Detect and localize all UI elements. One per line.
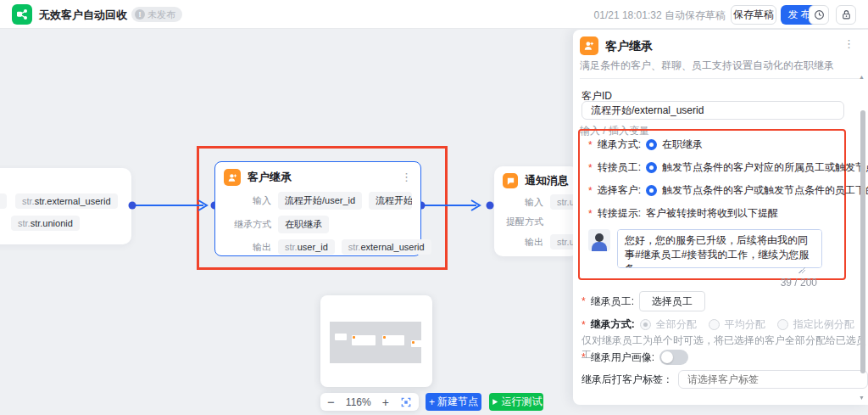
row-label: 输出: [503, 236, 543, 249]
option-value: 客户被转接时将收到以下提醒: [646, 206, 778, 221]
option-label: 选择客户:: [598, 183, 641, 198]
row-label: 输入: [503, 196, 543, 209]
kebab-menu-icon[interactable]: ⋮: [401, 173, 412, 182]
transfer-message-row: 您好，您的服务已升级，后续将由我的同事#继承员工#接替我的工作，继续为您服务。: [588, 229, 836, 268]
tag-text: str.unionid: [31, 218, 73, 228]
customer-inherit-icon: [224, 169, 241, 186]
radio-disabled-icon: [709, 319, 720, 330]
notify-message-icon: [503, 173, 518, 188]
option-label: 继承方式:: [598, 137, 641, 152]
assign-option: 全部分配: [656, 317, 697, 332]
row-label: 继承方式: [224, 218, 271, 231]
required-mark: *: [588, 208, 593, 220]
required-mark: *: [581, 351, 586, 363]
workflow-share-icon: [15, 8, 29, 21]
panel-scrollbar[interactable]: [860, 110, 865, 373]
char-count: 39 / 200: [781, 277, 817, 289]
row-label: 输出: [224, 241, 271, 254]
zoom-out-button[interactable]: −: [327, 395, 335, 409]
history-button[interactable]: [809, 5, 829, 25]
node-title: 客户继承: [248, 170, 394, 185]
radio-selected-icon[interactable]: [646, 162, 657, 173]
option-value: 触发节点条件的客户对应的所属员工或触发节点条件的员工: [662, 160, 868, 175]
info-icon: !: [135, 9, 145, 20]
kebab-menu-icon[interactable]: ⋮: [843, 40, 854, 48]
option-row: * 继承方式: 在职继承: [588, 137, 836, 152]
select-staff-button[interactable]: 选择员工: [639, 291, 705, 311]
tag-text: str.u: [557, 237, 575, 247]
customer-tag-input[interactable]: [678, 370, 868, 389]
customer-inherit-icon: [580, 36, 598, 55]
lock-icon: [841, 9, 852, 20]
panel-title: 客户继承: [605, 39, 653, 54]
inherit-portrait-label: 继承用户画像:: [591, 351, 654, 365]
resize-handle-icon[interactable]: [798, 266, 805, 273]
tag-after-label: 继承后打客户标签：: [581, 373, 673, 387]
run-test-button[interactable]: 运行测试: [489, 393, 543, 411]
required-mark: *: [588, 162, 593, 174]
node-notify-message[interactable]: 通知消息 输入 str.u 提醒方式 输出 str.u: [494, 166, 579, 256]
option-label: 转接提示:: [598, 206, 641, 221]
tag-text: external_userid: [360, 242, 424, 252]
required-mark: *: [588, 185, 593, 197]
top-bar: 无效客户自动回收 ! 未发布 01/21 18:01:32 自动保存草稿 保存草…: [0, 0, 868, 29]
row-tag: str.user_id: [278, 239, 335, 255]
node-flow-start[interactable]: str.str.external_userid str.str.unionid: [0, 168, 131, 244]
run-test-label: 运行测试: [502, 395, 542, 409]
fit-view-icon[interactable]: [400, 396, 412, 408]
assign-mode-row: * 继承方式: 全部分配 平均分配 指定比例分配: [581, 317, 854, 332]
option-row: * 选择客户: 触发节点条件的客户或触发节点条件的员工下的所属客户: [588, 183, 836, 198]
output-tag: str.str.external_userid: [15, 193, 118, 209]
minimap[interactable]: [320, 295, 432, 387]
clipped-tag: [0, 193, 7, 209]
radio-disabled-selected-icon: [640, 319, 651, 330]
required-mark: *: [581, 295, 586, 307]
panel-description: 满足条件的客户、群聊、员工支持设置自动化的在职继承: [580, 59, 834, 73]
node-title: 通知消息: [525, 173, 579, 188]
row-tag: 在职继承: [278, 216, 329, 233]
add-node-button[interactable]: + 新建节点: [426, 393, 481, 411]
app-logo: [12, 4, 32, 25]
tag-text: str.external_userid: [35, 196, 111, 206]
assign-mode-label: 继承方式:: [591, 317, 635, 332]
plus-icon: +: [429, 396, 435, 408]
radio-selected-icon[interactable]: [646, 185, 657, 196]
avatar: [588, 229, 610, 251]
lock-button[interactable]: [836, 5, 856, 25]
option-label: 转接员工:: [598, 160, 641, 175]
required-mark: *: [588, 139, 593, 151]
zoom-level: 116%: [346, 396, 371, 408]
inherit-staff-label: 继承员工:: [591, 294, 634, 309]
inherit-portrait-row: * 继承用户画像:: [581, 350, 688, 365]
tag-text: str.u: [557, 197, 575, 207]
option-row: * 转接提示: 客户被转接时将收到以下提醒: [588, 206, 836, 221]
scroll-down-icon[interactable]: ▼: [859, 395, 865, 401]
tag-text: user_id: [298, 242, 328, 252]
clock-icon: [814, 9, 825, 20]
inherit-portrait-toggle[interactable]: [659, 350, 688, 365]
status-badge-label: 未发布: [147, 8, 175, 21]
inherit-staff-row: * 继承员工: 选择员工: [581, 291, 705, 311]
output-tag: str.str.unionid: [11, 216, 80, 231]
required-mark: *: [581, 319, 586, 331]
scroll-up-icon[interactable]: ▲: [859, 74, 865, 80]
save-draft-button[interactable]: 保存草稿: [731, 5, 776, 25]
row-label: 输入: [224, 194, 271, 207]
radio-selected-icon[interactable]: [646, 139, 657, 150]
radio-disabled-icon: [777, 319, 788, 330]
zoom-in-button[interactable]: +: [382, 395, 389, 409]
add-node-label: 新建节点: [437, 395, 478, 409]
assign-option: 指定比例分配: [793, 317, 854, 332]
option-row: * 转接员工: 触发节点条件的客户对应的所属员工或触发节点条件的员工: [588, 160, 836, 175]
config-panel: 客户继承 ⋮ 满足条件的客户、群聊、员工支持设置自动化的在职继承 客户ID 输入…: [573, 30, 868, 405]
option-value: 触发节点条件的客户或触发节点条件的员工下的所属客户: [662, 183, 868, 198]
transfer-message-textarea[interactable]: 您好，您的服务已升级，后续将由我的同事#继承员工#接替我的工作，继续为您服务。: [617, 229, 822, 268]
customer-id-input[interactable]: [581, 101, 844, 120]
status-badge: ! 未发布: [131, 7, 182, 22]
row-tag: 流程开始/user_id: [278, 192, 362, 210]
highlighted-options-group: * 继承方式: 在职继承 * 转接员工: 触发节点条件的客户对应的所属员工或触发…: [578, 129, 846, 280]
tag-after-row: 继承后打客户标签：: [581, 370, 868, 389]
flow-title: 无效客户自动回收: [39, 8, 127, 23]
node-customer-inherit[interactable]: 客户继承 ⋮ 输入 流程开始/user_id 流程开始/external 继承方…: [214, 161, 421, 256]
autosave-text: 01/21 18:01:32 自动保存草稿: [594, 8, 726, 23]
